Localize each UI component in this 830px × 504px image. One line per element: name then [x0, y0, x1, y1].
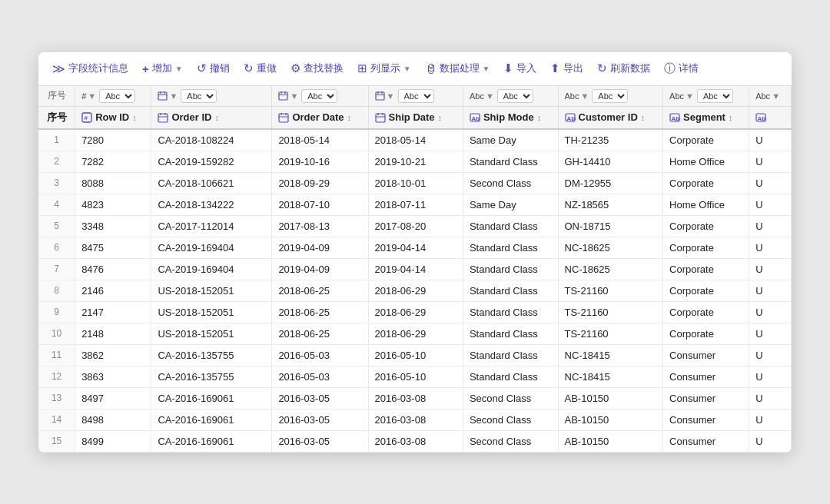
field-stats-button[interactable]: ≫ 字段统计信息 — [52, 61, 128, 76]
shipmode-header[interactable]: Abc Ship Mode ↕ — [463, 106, 558, 129]
customerid-sort[interactable]: ↕ — [641, 113, 646, 122]
row-shipdate: 2018-06-29 — [368, 323, 463, 344]
orderid-sort[interactable]: ↕ — [214, 113, 219, 122]
segment-filter-select[interactable]: Abc — [697, 89, 733, 103]
customerid-filter-cell: Abc ▼ Abc — [558, 86, 663, 107]
row-segment: Corporate — [663, 258, 749, 280]
row-shipdate: 2019-10-21 — [368, 151, 463, 172]
detail-button[interactable]: ⓘ 详情 — [664, 61, 699, 76]
table-row[interactable]: 12 3863 CA-2016-135755 2016-05-03 2016-0… — [38, 366, 792, 387]
rowid-filter-select[interactable]: Abc — [99, 89, 135, 103]
shipdate-header[interactable]: Ship Date ↕ — [368, 106, 463, 129]
row-segment: Consumer — [663, 366, 749, 387]
row-shipmode: Standard Class — [463, 258, 558, 280]
row-shipmode: Standard Class — [463, 301, 558, 323]
row-rowid: 8499 — [75, 430, 151, 452]
row-extra: U — [749, 409, 792, 430]
shipdate-type-badge: ▼ — [375, 91, 395, 101]
row-extra: U — [749, 344, 792, 366]
row-orderid: CA-2016-135755 — [151, 366, 272, 387]
extra-filter-cell: Abc ▼ — [749, 86, 792, 107]
info-icon: ⓘ — [664, 61, 676, 76]
orderid-filter-select[interactable]: Abc — [181, 89, 217, 103]
row-customerid: NC-18415 — [558, 344, 663, 366]
table-row[interactable]: 15 8499 CA-2016-169061 2016-03-05 2016-0… — [38, 430, 792, 452]
segment-sort[interactable]: ↕ — [729, 113, 733, 122]
row-shipdate: 2018-05-14 — [368, 129, 463, 151]
row-rowid: 8476 — [75, 258, 151, 280]
row-orderid: CA-2016-169061 — [151, 409, 272, 430]
add-button[interactable]: + 增加 ▼ — [142, 61, 183, 75]
table-row[interactable]: 3 8088 CA-2018-106621 2018-09-29 2018-10… — [38, 172, 792, 194]
customerid-col-icon: Abc — [565, 112, 576, 123]
row-orderid: CA-2018-134222 — [151, 194, 272, 215]
table-row[interactable]: 4 4823 CA-2018-134222 2018-07-10 2018-07… — [38, 194, 792, 215]
table-row[interactable]: 6 8475 CA-2019-169404 2019-04-09 2019-04… — [38, 237, 792, 258]
row-shipmode: Standard Class — [463, 237, 558, 258]
column-arrow: ▼ — [403, 65, 411, 73]
shipmode-filter-select[interactable]: Abc — [497, 89, 533, 103]
table-row[interactable]: 13 8497 CA-2016-169061 2016-03-05 2016-0… — [38, 387, 792, 409]
row-customerid: TS-21160 — [558, 280, 663, 301]
row-orderid: US-2018-152051 — [151, 301, 272, 323]
row-rowid: 8497 — [75, 387, 151, 409]
row-orderid: CA-2019-159282 — [151, 151, 272, 172]
import-icon: ⬇ — [503, 61, 513, 75]
row-seq: 7 — [38, 258, 75, 280]
import-button[interactable]: ⬇ 导入 — [503, 61, 536, 75]
export-button[interactable]: ⬆ 导出 — [550, 61, 583, 75]
customerid-filter-select[interactable]: Abc — [592, 89, 628, 103]
table-row[interactable]: 1 7280 CA-2018-108224 2018-05-14 2018-05… — [38, 129, 792, 151]
segment-header[interactable]: Abc Segment ↕ — [663, 106, 749, 129]
table-row[interactable]: 9 2147 US-2018-152051 2018-06-25 2018-06… — [38, 301, 792, 323]
row-customerid: TH-21235 — [558, 129, 663, 151]
add-icon: + — [142, 62, 149, 75]
row-orderid: US-2018-152051 — [151, 280, 272, 301]
svg-rect-18 — [279, 114, 288, 122]
table-row[interactable]: 14 8498 CA-2016-169061 2016-03-05 2016-0… — [38, 409, 792, 430]
redo-icon: ↻ — [244, 61, 254, 75]
orderdate-filter-select[interactable]: Abc — [301, 89, 337, 103]
extra-header[interactable]: Abc — [749, 106, 792, 129]
row-shipdate: 2016-03-08 — [368, 409, 463, 430]
row-customerid: AB-10150 — [558, 409, 663, 430]
row-customerid: ON-18715 — [558, 215, 663, 237]
orderid-type-badge: ▼ — [158, 91, 178, 101]
shipmode-filter-cell: Abc ▼ Abc — [463, 86, 558, 107]
table-row[interactable]: 10 2148 US-2018-152051 2018-06-25 2018-0… — [38, 323, 792, 344]
row-customerid: NC-18625 — [558, 258, 663, 280]
row-orderdate: 2016-03-05 — [272, 387, 368, 409]
customerid-type-badge: Abc ▼ — [565, 91, 589, 101]
table-row[interactable]: 8 2146 US-2018-152051 2018-06-25 2018-06… — [38, 280, 792, 301]
customerid-header[interactable]: Abc Customer ID ↕ — [558, 106, 663, 129]
table-row[interactable]: 2 7282 CA-2019-159282 2019-10-16 2019-10… — [38, 151, 792, 172]
table-row[interactable]: 11 3862 CA-2016-135755 2016-05-03 2016-0… — [38, 344, 792, 366]
find-replace-button[interactable]: ⚙ 查找替换 — [290, 61, 344, 75]
shipdate-filter-select[interactable]: Abc — [398, 89, 434, 103]
row-rowid: 2146 — [75, 280, 151, 301]
row-orderid: CA-2016-169061 — [151, 387, 272, 409]
orderdate-filter-cell: ▼ Abc — [272, 86, 368, 107]
svg-rect-22 — [376, 114, 385, 122]
row-shipdate: 2019-04-14 — [368, 258, 463, 280]
orderdate-sort[interactable]: ↕ — [347, 113, 352, 122]
orderdate-header[interactable]: Order Date ↕ — [272, 106, 368, 129]
data-process-button[interactable]: 🛢 数据处理 ▼ — [425, 61, 490, 75]
shipdate-sort[interactable]: ↕ — [438, 113, 443, 122]
redo-button[interactable]: ↻ 重做 — [244, 61, 277, 75]
row-extra: U — [749, 215, 792, 237]
orderid-header[interactable]: Order ID ↕ — [151, 106, 272, 129]
rowid-filter-cell: # ▼ Abc — [75, 86, 151, 107]
rowid-header[interactable]: # Row ID ↕ — [75, 106, 151, 129]
rowid-sort[interactable]: ↕ — [132, 113, 137, 122]
svg-text:Abc: Abc — [471, 115, 480, 122]
table-row[interactable]: 5 3348 CA-2017-112014 2017-08-13 2017-08… — [38, 215, 792, 237]
data-process-icon: 🛢 — [425, 62, 437, 75]
undo-button[interactable]: ↺ 撤销 — [197, 61, 230, 75]
column-display-button[interactable]: ⊞ 列显示 ▼ — [357, 61, 411, 75]
refresh-button[interactable]: ↻ 刷新数据 — [597, 61, 650, 75]
row-segment: Corporate — [663, 301, 749, 323]
table-row[interactable]: 7 8476 CA-2019-169404 2019-04-09 2019-04… — [38, 258, 792, 280]
row-orderdate: 2019-10-16 — [272, 151, 368, 172]
shipmode-sort[interactable]: ↕ — [537, 113, 542, 122]
